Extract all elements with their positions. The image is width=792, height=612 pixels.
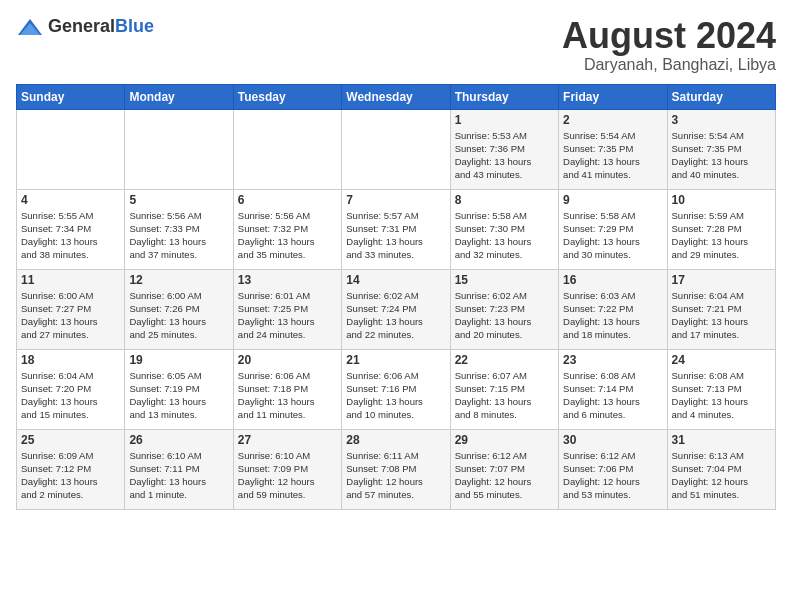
day-info: Sunrise: 6:10 AM Sunset: 7:09 PM Dayligh… — [238, 449, 337, 502]
calendar-cell: 8Sunrise: 5:58 AM Sunset: 7:30 PM Daylig… — [450, 189, 558, 269]
day-number: 5 — [129, 193, 228, 207]
day-number: 25 — [21, 433, 120, 447]
day-number: 15 — [455, 273, 554, 287]
calendar-cell: 28Sunrise: 6:11 AM Sunset: 7:08 PM Dayli… — [342, 429, 450, 509]
day-info: Sunrise: 5:54 AM Sunset: 7:35 PM Dayligh… — [672, 129, 771, 182]
weekday-header-row: SundayMondayTuesdayWednesdayThursdayFrid… — [17, 84, 776, 109]
day-info: Sunrise: 6:06 AM Sunset: 7:18 PM Dayligh… — [238, 369, 337, 422]
calendar-cell: 5Sunrise: 5:56 AM Sunset: 7:33 PM Daylig… — [125, 189, 233, 269]
day-number: 19 — [129, 353, 228, 367]
day-info: Sunrise: 6:00 AM Sunset: 7:26 PM Dayligh… — [129, 289, 228, 342]
weekday-header-tuesday: Tuesday — [233, 84, 341, 109]
calendar-cell: 21Sunrise: 6:06 AM Sunset: 7:16 PM Dayli… — [342, 349, 450, 429]
day-info: Sunrise: 6:04 AM Sunset: 7:20 PM Dayligh… — [21, 369, 120, 422]
calendar-cell: 6Sunrise: 5:56 AM Sunset: 7:32 PM Daylig… — [233, 189, 341, 269]
day-number: 12 — [129, 273, 228, 287]
day-info: Sunrise: 6:12 AM Sunset: 7:06 PM Dayligh… — [563, 449, 662, 502]
day-number: 2 — [563, 113, 662, 127]
day-info: Sunrise: 6:04 AM Sunset: 7:21 PM Dayligh… — [672, 289, 771, 342]
calendar-cell: 11Sunrise: 6:00 AM Sunset: 7:27 PM Dayli… — [17, 269, 125, 349]
calendar-week-5: 25Sunrise: 6:09 AM Sunset: 7:12 PM Dayli… — [17, 429, 776, 509]
calendar-week-3: 11Sunrise: 6:00 AM Sunset: 7:27 PM Dayli… — [17, 269, 776, 349]
day-number: 4 — [21, 193, 120, 207]
calendar-cell: 19Sunrise: 6:05 AM Sunset: 7:19 PM Dayli… — [125, 349, 233, 429]
day-info: Sunrise: 5:54 AM Sunset: 7:35 PM Dayligh… — [563, 129, 662, 182]
day-info: Sunrise: 5:53 AM Sunset: 7:36 PM Dayligh… — [455, 129, 554, 182]
weekday-header-wednesday: Wednesday — [342, 84, 450, 109]
day-number: 24 — [672, 353, 771, 367]
day-info: Sunrise: 6:08 AM Sunset: 7:14 PM Dayligh… — [563, 369, 662, 422]
calendar-cell: 29Sunrise: 6:12 AM Sunset: 7:07 PM Dayli… — [450, 429, 558, 509]
calendar-body: 1Sunrise: 5:53 AM Sunset: 7:36 PM Daylig… — [17, 109, 776, 509]
calendar-cell — [233, 109, 341, 189]
calendar-cell: 24Sunrise: 6:08 AM Sunset: 7:13 PM Dayli… — [667, 349, 775, 429]
weekday-header-sunday: Sunday — [17, 84, 125, 109]
day-number: 8 — [455, 193, 554, 207]
day-number: 16 — [563, 273, 662, 287]
header: GeneralBlue August 2024 Daryanah, Bangha… — [16, 16, 776, 74]
day-number: 10 — [672, 193, 771, 207]
day-info: Sunrise: 5:58 AM Sunset: 7:30 PM Dayligh… — [455, 209, 554, 262]
calendar-cell: 9Sunrise: 5:58 AM Sunset: 7:29 PM Daylig… — [559, 189, 667, 269]
calendar-cell: 1Sunrise: 5:53 AM Sunset: 7:36 PM Daylig… — [450, 109, 558, 189]
calendar-cell: 23Sunrise: 6:08 AM Sunset: 7:14 PM Dayli… — [559, 349, 667, 429]
calendar-cell: 20Sunrise: 6:06 AM Sunset: 7:18 PM Dayli… — [233, 349, 341, 429]
day-info: Sunrise: 5:57 AM Sunset: 7:31 PM Dayligh… — [346, 209, 445, 262]
day-info: Sunrise: 6:10 AM Sunset: 7:11 PM Dayligh… — [129, 449, 228, 502]
day-info: Sunrise: 6:02 AM Sunset: 7:24 PM Dayligh… — [346, 289, 445, 342]
day-number: 13 — [238, 273, 337, 287]
day-number: 21 — [346, 353, 445, 367]
day-number: 31 — [672, 433, 771, 447]
day-info: Sunrise: 6:03 AM Sunset: 7:22 PM Dayligh… — [563, 289, 662, 342]
calendar-cell: 16Sunrise: 6:03 AM Sunset: 7:22 PM Dayli… — [559, 269, 667, 349]
calendar-cell: 18Sunrise: 6:04 AM Sunset: 7:20 PM Dayli… — [17, 349, 125, 429]
weekday-header-monday: Monday — [125, 84, 233, 109]
calendar-table: SundayMondayTuesdayWednesdayThursdayFrid… — [16, 84, 776, 510]
calendar-week-1: 1Sunrise: 5:53 AM Sunset: 7:36 PM Daylig… — [17, 109, 776, 189]
day-number: 9 — [563, 193, 662, 207]
day-info: Sunrise: 6:05 AM Sunset: 7:19 PM Dayligh… — [129, 369, 228, 422]
calendar-cell — [125, 109, 233, 189]
day-info: Sunrise: 6:09 AM Sunset: 7:12 PM Dayligh… — [21, 449, 120, 502]
calendar-cell: 7Sunrise: 5:57 AM Sunset: 7:31 PM Daylig… — [342, 189, 450, 269]
month-title: August 2024 — [562, 16, 776, 56]
logo-icon — [16, 17, 44, 37]
day-number: 1 — [455, 113, 554, 127]
calendar-cell: 25Sunrise: 6:09 AM Sunset: 7:12 PM Dayli… — [17, 429, 125, 509]
day-number: 17 — [672, 273, 771, 287]
day-number: 30 — [563, 433, 662, 447]
day-number: 26 — [129, 433, 228, 447]
calendar-cell: 4Sunrise: 5:55 AM Sunset: 7:34 PM Daylig… — [17, 189, 125, 269]
day-number: 6 — [238, 193, 337, 207]
day-number: 28 — [346, 433, 445, 447]
weekday-header-friday: Friday — [559, 84, 667, 109]
title-area: August 2024 Daryanah, Banghazi, Libya — [562, 16, 776, 74]
day-info: Sunrise: 6:12 AM Sunset: 7:07 PM Dayligh… — [455, 449, 554, 502]
logo-text-general: General — [48, 16, 115, 36]
calendar-cell: 3Sunrise: 5:54 AM Sunset: 7:35 PM Daylig… — [667, 109, 775, 189]
weekday-header-saturday: Saturday — [667, 84, 775, 109]
calendar-cell: 31Sunrise: 6:13 AM Sunset: 7:04 PM Dayli… — [667, 429, 775, 509]
location-title: Daryanah, Banghazi, Libya — [562, 56, 776, 74]
day-info: Sunrise: 6:08 AM Sunset: 7:13 PM Dayligh… — [672, 369, 771, 422]
day-info: Sunrise: 6:06 AM Sunset: 7:16 PM Dayligh… — [346, 369, 445, 422]
day-number: 11 — [21, 273, 120, 287]
calendar-week-2: 4Sunrise: 5:55 AM Sunset: 7:34 PM Daylig… — [17, 189, 776, 269]
weekday-header-thursday: Thursday — [450, 84, 558, 109]
day-info: Sunrise: 5:56 AM Sunset: 7:33 PM Dayligh… — [129, 209, 228, 262]
calendar-cell — [342, 109, 450, 189]
day-number: 14 — [346, 273, 445, 287]
calendar-cell — [17, 109, 125, 189]
calendar-cell: 12Sunrise: 6:00 AM Sunset: 7:26 PM Dayli… — [125, 269, 233, 349]
day-info: Sunrise: 5:59 AM Sunset: 7:28 PM Dayligh… — [672, 209, 771, 262]
calendar-cell: 10Sunrise: 5:59 AM Sunset: 7:28 PM Dayli… — [667, 189, 775, 269]
logo-text-blue: Blue — [115, 16, 154, 36]
day-number: 18 — [21, 353, 120, 367]
calendar-cell: 26Sunrise: 6:10 AM Sunset: 7:11 PM Dayli… — [125, 429, 233, 509]
calendar-cell: 2Sunrise: 5:54 AM Sunset: 7:35 PM Daylig… — [559, 109, 667, 189]
day-info: Sunrise: 5:58 AM Sunset: 7:29 PM Dayligh… — [563, 209, 662, 262]
logo: GeneralBlue — [16, 16, 154, 37]
calendar-cell: 15Sunrise: 6:02 AM Sunset: 7:23 PM Dayli… — [450, 269, 558, 349]
day-number: 20 — [238, 353, 337, 367]
day-info: Sunrise: 6:01 AM Sunset: 7:25 PM Dayligh… — [238, 289, 337, 342]
